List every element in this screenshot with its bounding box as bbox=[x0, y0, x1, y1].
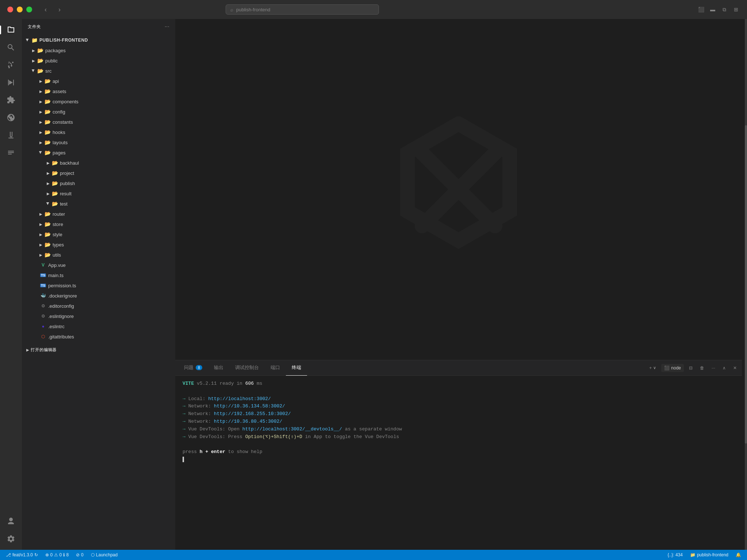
tree-item-style[interactable]: ▶ 📂 style bbox=[22, 229, 175, 239]
tree-item-assets[interactable]: ▶ 📂 assets bbox=[22, 86, 175, 96]
tree-item-config[interactable]: ▶ 📂 config bbox=[22, 107, 175, 117]
tree-item-components[interactable]: ▶ 📂 components bbox=[22, 96, 175, 107]
open-editors-section[interactable]: ▶ 打开的编辑器 bbox=[22, 345, 175, 355]
api-chevron: ▶ bbox=[38, 78, 44, 84]
svg-rect-3 bbox=[8, 138, 14, 138]
search-bar[interactable]: ⌕ publish-frontend bbox=[226, 4, 379, 15]
tree-root[interactable]: ▶ 📁 PUBLISH-FRONTEND bbox=[22, 35, 175, 45]
packages-chevron: ▶ bbox=[31, 47, 37, 53]
eslintignore-icon: ⚙ bbox=[39, 312, 47, 320]
status-errors[interactable]: ⊗ 0 ⚠ 0 ℹ 8 bbox=[43, 550, 71, 560]
nav-forward-button[interactable]: › bbox=[55, 4, 64, 15]
cursor-pos-text: {..}: 434 bbox=[668, 552, 683, 557]
sidebar-toggle-icon[interactable]: ⬛ bbox=[697, 6, 705, 13]
main-layout: 文件夹 ··· ▶ 📁 PUBLISH-FRONTEND ▶ 📂 package… bbox=[0, 19, 747, 550]
status-project[interactable]: 📁 publish-frontend bbox=[688, 550, 731, 560]
router-folder-icon: 📂 bbox=[44, 210, 51, 218]
network1-label: Network: bbox=[188, 403, 214, 409]
activity-item-test[interactable] bbox=[3, 127, 19, 143]
terminal-line-network3: → Network: http://10.36.80.45:3002/ bbox=[183, 418, 735, 426]
collapse-panel-button[interactable]: ∧ bbox=[720, 364, 728, 372]
activity-item-run[interactable] bbox=[3, 74, 19, 91]
constants-chevron: ▶ bbox=[38, 119, 44, 125]
activity-item-remote[interactable] bbox=[3, 110, 19, 126]
scrollbar-track[interactable] bbox=[745, 19, 747, 550]
terminal-panel: 问题 8 输出 调试控制台 端口 终端 + ∨ bbox=[175, 360, 742, 550]
tree-item-layouts[interactable]: ▶ 📂 layouts bbox=[22, 137, 175, 147]
activity-item-explorer[interactable] bbox=[3, 22, 19, 38]
tree-item-app-vue[interactable]: ▶ V App.vue bbox=[22, 260, 175, 270]
tree-item-publish[interactable]: ▶ 📂 publish bbox=[22, 178, 175, 188]
new-terminal-button[interactable]: + ∨ bbox=[647, 364, 658, 372]
tab-debug-console[interactable]: 调试控制台 bbox=[229, 360, 265, 376]
layout-icon[interactable]: ⊞ bbox=[732, 6, 740, 13]
tree-item-editorconfig[interactable]: ▶ ⚙ .editorconfig bbox=[22, 301, 175, 311]
panel-toggle-icon[interactable]: ▬ bbox=[709, 6, 716, 13]
branch-icon: ⎇ bbox=[6, 552, 11, 557]
components-label: components bbox=[53, 99, 78, 104]
tab-output[interactable]: 输出 bbox=[208, 360, 229, 376]
tree-item-store[interactable]: ▶ 📂 store bbox=[22, 219, 175, 229]
more-terminal-button[interactable]: ··· bbox=[709, 364, 717, 372]
activity-item-search[interactable] bbox=[3, 39, 19, 55]
split-editor-icon[interactable]: ⧉ bbox=[721, 6, 728, 13]
activity-item-checklist[interactable] bbox=[3, 145, 19, 161]
terminal-content[interactable]: VITE v5.2.11 ready in 606 ms → Local: ht… bbox=[175, 376, 742, 550]
tree-item-project[interactable]: ▶ 📂 project bbox=[22, 168, 175, 178]
activity-item-settings[interactable] bbox=[3, 531, 19, 547]
test-label: test bbox=[60, 201, 68, 207]
tree-item-test[interactable]: ▶ 📂 test bbox=[22, 199, 175, 209]
close-button[interactable] bbox=[7, 7, 13, 12]
tab-ports[interactable]: 端口 bbox=[265, 360, 286, 376]
tree-item-packages[interactable]: ▶ 📂 packages bbox=[22, 45, 175, 55]
activity-item-extensions[interactable] bbox=[3, 92, 19, 108]
main-ts-icon: TS bbox=[39, 272, 47, 279]
tree-item-eslintignore[interactable]: ▶ ⚙ .eslintignore bbox=[22, 311, 175, 321]
devtools1-open: Open bbox=[228, 426, 242, 432]
tree-item-api[interactable]: ▶ 📂 api bbox=[22, 76, 175, 86]
tree-item-types[interactable]: ▶ 📂 types bbox=[22, 239, 175, 250]
tree-item-result[interactable]: ▶ 📂 result bbox=[22, 188, 175, 199]
nav-back-button[interactable]: ‹ bbox=[42, 4, 50, 15]
maximize-button[interactable] bbox=[26, 7, 32, 12]
tree-item-hooks[interactable]: ▶ 📂 hooks bbox=[22, 127, 175, 137]
style-folder-icon: 📂 bbox=[44, 231, 51, 238]
tree-item-src[interactable]: ▶ 📂 src bbox=[22, 66, 175, 76]
tree-item-pages[interactable]: ▶ 📂 pages bbox=[22, 147, 175, 158]
sidebar-menu-icon[interactable]: ··· bbox=[165, 23, 169, 30]
kill-terminal-button[interactable]: 🗑 bbox=[698, 364, 706, 372]
status-launchpad[interactable]: ⬡ Launchpad bbox=[89, 550, 120, 560]
tree-item-router[interactable]: ▶ 📂 router bbox=[22, 209, 175, 219]
activity-item-account[interactable] bbox=[3, 513, 19, 529]
ports-tab-label: 端口 bbox=[271, 364, 280, 371]
local-label: Local: bbox=[188, 396, 208, 402]
tree-item-dockerignore[interactable]: ▶ 🐳 .dockerignore bbox=[22, 291, 175, 301]
tree-item-permission-ts[interactable]: ▶ TS permission.ts bbox=[22, 280, 175, 291]
tree-item-public[interactable]: ▶ 📂 public bbox=[22, 55, 175, 66]
minimize-button[interactable] bbox=[17, 7, 23, 12]
tree-item-main-ts[interactable]: ▶ TS main.ts bbox=[22, 270, 175, 280]
app-vue-icon: V bbox=[39, 261, 47, 269]
tree-item-backhaul[interactable]: ▶ 📂 backhaul bbox=[22, 158, 175, 168]
project-chevron: ▶ bbox=[45, 170, 51, 176]
store-chevron: ▶ bbox=[38, 221, 44, 227]
router-label: router bbox=[53, 211, 65, 217]
tree-item-gitattributes[interactable]: ▶ ⬡ .gitattributes bbox=[22, 331, 175, 342]
terminal-tab-label: 终端 bbox=[292, 364, 301, 371]
scrollbar-thumb[interactable] bbox=[745, 125, 747, 444]
status-no-problems[interactable]: ⊘ 0 bbox=[74, 550, 86, 560]
tab-terminal[interactable]: 终端 bbox=[286, 360, 307, 376]
tree-item-constants[interactable]: ▶ 📂 constants bbox=[22, 117, 175, 127]
activity-item-source-control[interactable] bbox=[3, 57, 19, 73]
split-terminal-button[interactable]: ⊟ bbox=[687, 364, 695, 372]
result-folder-icon: 📂 bbox=[51, 190, 58, 197]
close-panel-button[interactable]: ✕ bbox=[731, 364, 739, 372]
tree-item-utils[interactable]: ▶ 📂 utils bbox=[22, 250, 175, 260]
tab-problems[interactable]: 问题 8 bbox=[178, 360, 208, 376]
status-cursor-pos[interactable]: {..}: 434 bbox=[666, 550, 685, 560]
terminal-name-chip[interactable]: ⬛ node bbox=[661, 364, 684, 372]
devtools2-suffix: in App to toggle the Vue DevTools bbox=[305, 434, 399, 440]
tree-item-eslintrc[interactable]: ▶ ● .eslintrc bbox=[22, 321, 175, 331]
status-branch[interactable]: ⎇ feat/v1.3.0 ↻ bbox=[4, 550, 40, 560]
status-bell[interactable]: 🔔 bbox=[733, 550, 743, 560]
